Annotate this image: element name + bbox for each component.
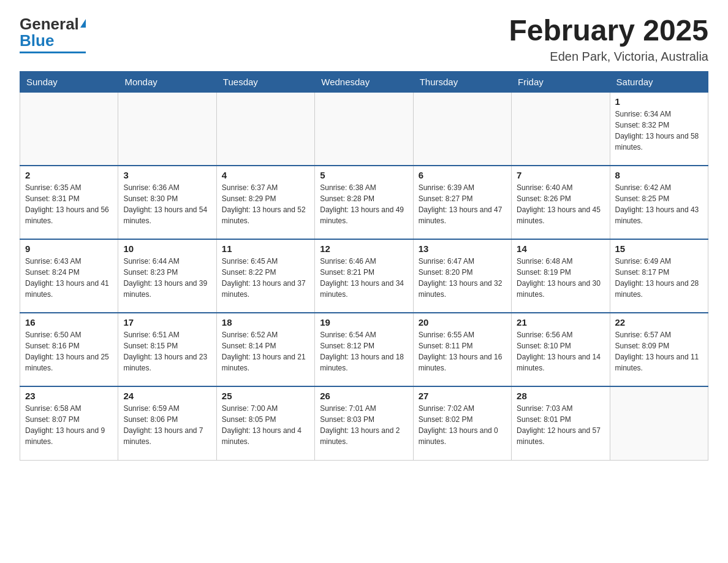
day-number: 14	[517, 243, 604, 254]
day-info: Sunrise: 6:52 AM Sunset: 8:14 PM Dayligh…	[222, 329, 309, 373]
day-info: Sunrise: 7:02 AM Sunset: 8:02 PM Dayligh…	[419, 403, 506, 447]
calendar-week-row: 23Sunrise: 6:58 AM Sunset: 8:07 PM Dayli…	[20, 386, 708, 460]
day-number: 28	[517, 391, 604, 401]
calendar-cell: 24Sunrise: 6:59 AM Sunset: 8:06 PM Dayli…	[118, 386, 216, 460]
location-title: Eden Park, Victoria, Australia	[509, 50, 708, 64]
calendar-cell: 22Sunrise: 6:57 AM Sunset: 8:09 PM Dayli…	[610, 313, 708, 386]
calendar-cell: 27Sunrise: 7:02 AM Sunset: 8:02 PM Dayli…	[413, 386, 511, 460]
calendar-cell: 2Sunrise: 6:35 AM Sunset: 8:31 PM Daylig…	[20, 166, 118, 239]
day-info: Sunrise: 6:34 AM Sunset: 8:32 PM Dayligh…	[615, 109, 703, 153]
calendar-cell: 16Sunrise: 6:50 AM Sunset: 8:16 PM Dayli…	[20, 313, 118, 386]
day-info: Sunrise: 6:56 AM Sunset: 8:10 PM Dayligh…	[517, 329, 604, 373]
month-title: February 2025	[509, 15, 708, 47]
day-info: Sunrise: 6:57 AM Sunset: 8:09 PM Dayligh…	[615, 329, 703, 373]
calendar-cell: 14Sunrise: 6:48 AM Sunset: 8:19 PM Dayli…	[512, 239, 610, 313]
day-number: 23	[25, 391, 113, 401]
calendar-cell: 9Sunrise: 6:43 AM Sunset: 8:24 PM Daylig…	[20, 239, 118, 313]
calendar-week-row: 2Sunrise: 6:35 AM Sunset: 8:31 PM Daylig…	[20, 166, 708, 239]
calendar-cell	[413, 92, 511, 166]
day-info: Sunrise: 6:58 AM Sunset: 8:07 PM Dayligh…	[25, 403, 113, 447]
day-info: Sunrise: 6:50 AM Sunset: 8:16 PM Dayligh…	[25, 329, 113, 373]
calendar-cell: 4Sunrise: 6:37 AM Sunset: 8:29 PM Daylig…	[216, 166, 314, 239]
day-number: 1	[615, 96, 703, 107]
day-info: Sunrise: 6:51 AM Sunset: 8:15 PM Dayligh…	[123, 329, 211, 373]
day-info: Sunrise: 7:03 AM Sunset: 8:01 PM Dayligh…	[517, 403, 604, 447]
calendar-cell: 3Sunrise: 6:36 AM Sunset: 8:30 PM Daylig…	[118, 166, 216, 239]
day-info: Sunrise: 6:59 AM Sunset: 8:06 PM Dayligh…	[123, 403, 211, 447]
logo-underline	[20, 52, 86, 53]
calendar-cell: 1Sunrise: 6:34 AM Sunset: 8:32 PM Daylig…	[610, 92, 708, 166]
day-info: Sunrise: 7:00 AM Sunset: 8:05 PM Dayligh…	[222, 403, 309, 447]
calendar-cell	[216, 92, 314, 166]
day-number: 13	[419, 243, 506, 254]
calendar-cell: 20Sunrise: 6:55 AM Sunset: 8:11 PM Dayli…	[413, 313, 511, 386]
calendar-cell: 19Sunrise: 6:54 AM Sunset: 8:12 PM Dayli…	[315, 313, 413, 386]
weekday-header-friday: Friday	[512, 71, 610, 92]
day-number: 15	[615, 243, 703, 254]
calendar-cell: 6Sunrise: 6:39 AM Sunset: 8:27 PM Daylig…	[413, 166, 511, 239]
day-number: 18	[222, 317, 309, 327]
day-info: Sunrise: 6:49 AM Sunset: 8:17 PM Dayligh…	[615, 256, 703, 300]
day-number: 22	[615, 317, 703, 327]
calendar-cell: 5Sunrise: 6:38 AM Sunset: 8:28 PM Daylig…	[315, 166, 413, 239]
calendar-cell: 13Sunrise: 6:47 AM Sunset: 8:20 PM Dayli…	[413, 239, 511, 313]
day-number: 21	[517, 317, 604, 327]
day-info: Sunrise: 6:54 AM Sunset: 8:12 PM Dayligh…	[320, 329, 408, 373]
calendar-week-row: 16Sunrise: 6:50 AM Sunset: 8:16 PM Dayli…	[20, 313, 708, 386]
calendar-body: 1Sunrise: 6:34 AM Sunset: 8:32 PM Daylig…	[20, 92, 708, 460]
day-number: 17	[123, 317, 211, 327]
day-info: Sunrise: 6:40 AM Sunset: 8:26 PM Dayligh…	[517, 182, 604, 226]
calendar-cell: 8Sunrise: 6:42 AM Sunset: 8:25 PM Daylig…	[610, 166, 708, 239]
day-number: 3	[123, 170, 211, 180]
weekday-header-thursday: Thursday	[413, 71, 511, 92]
calendar-cell: 12Sunrise: 6:46 AM Sunset: 8:21 PM Dayli…	[315, 239, 413, 313]
weekday-header-wednesday: Wednesday	[315, 71, 413, 92]
day-info: Sunrise: 6:46 AM Sunset: 8:21 PM Dayligh…	[320, 256, 408, 300]
calendar-cell: 25Sunrise: 7:00 AM Sunset: 8:05 PM Dayli…	[216, 386, 314, 460]
calendar-cell: 7Sunrise: 6:40 AM Sunset: 8:26 PM Daylig…	[512, 166, 610, 239]
day-info: Sunrise: 6:37 AM Sunset: 8:29 PM Dayligh…	[222, 182, 309, 226]
day-number: 12	[320, 243, 408, 254]
calendar-cell: 26Sunrise: 7:01 AM Sunset: 8:03 PM Dayli…	[315, 386, 413, 460]
calendar-week-row: 1Sunrise: 6:34 AM Sunset: 8:32 PM Daylig…	[20, 92, 708, 166]
day-number: 6	[419, 170, 506, 180]
calendar-cell: 18Sunrise: 6:52 AM Sunset: 8:14 PM Dayli…	[216, 313, 314, 386]
day-number: 8	[615, 170, 703, 180]
day-info: Sunrise: 6:47 AM Sunset: 8:20 PM Dayligh…	[419, 256, 506, 300]
day-number: 19	[320, 317, 408, 327]
day-info: Sunrise: 6:45 AM Sunset: 8:22 PM Dayligh…	[222, 256, 309, 300]
calendar-cell	[610, 386, 708, 460]
day-number: 26	[320, 391, 408, 401]
day-info: Sunrise: 6:42 AM Sunset: 8:25 PM Dayligh…	[615, 182, 703, 226]
day-number: 5	[320, 170, 408, 180]
calendar-cell: 11Sunrise: 6:45 AM Sunset: 8:22 PM Dayli…	[216, 239, 314, 313]
logo: General Blue	[20, 15, 86, 53]
weekday-header-monday: Monday	[118, 71, 216, 92]
day-info: Sunrise: 6:38 AM Sunset: 8:28 PM Dayligh…	[320, 182, 408, 226]
day-info: Sunrise: 6:55 AM Sunset: 8:11 PM Dayligh…	[419, 329, 506, 373]
calendar-cell: 10Sunrise: 6:44 AM Sunset: 8:23 PM Dayli…	[118, 239, 216, 313]
day-info: Sunrise: 6:35 AM Sunset: 8:31 PM Dayligh…	[25, 182, 113, 226]
calendar-cell: 17Sunrise: 6:51 AM Sunset: 8:15 PM Dayli…	[118, 313, 216, 386]
calendar-cell: 21Sunrise: 6:56 AM Sunset: 8:10 PM Dayli…	[512, 313, 610, 386]
calendar-cell	[20, 92, 118, 166]
day-info: Sunrise: 7:01 AM Sunset: 8:03 PM Dayligh…	[320, 403, 408, 447]
weekday-header-saturday: Saturday	[610, 71, 708, 92]
day-info: Sunrise: 6:39 AM Sunset: 8:27 PM Dayligh…	[419, 182, 506, 226]
calendar-week-row: 9Sunrise: 6:43 AM Sunset: 8:24 PM Daylig…	[20, 239, 708, 313]
logo-blue-text: Blue	[20, 31, 54, 50]
header: General Blue February 2025 Eden Park, Vi…	[20, 15, 708, 64]
weekday-header-sunday: Sunday	[20, 71, 118, 92]
title-area: February 2025 Eden Park, Victoria, Austr…	[509, 15, 708, 64]
day-number: 24	[123, 391, 211, 401]
calendar-cell	[315, 92, 413, 166]
day-info: Sunrise: 6:43 AM Sunset: 8:24 PM Dayligh…	[25, 256, 113, 300]
day-number: 2	[25, 170, 113, 180]
calendar-table: SundayMondayTuesdayWednesdayThursdayFrid…	[20, 71, 708, 461]
logo-triangle-icon	[80, 19, 86, 28]
calendar-cell	[118, 92, 216, 166]
day-info: Sunrise: 6:48 AM Sunset: 8:19 PM Dayligh…	[517, 256, 604, 300]
day-number: 11	[222, 243, 309, 254]
day-number: 20	[419, 317, 506, 327]
calendar-cell: 15Sunrise: 6:49 AM Sunset: 8:17 PM Dayli…	[610, 239, 708, 313]
